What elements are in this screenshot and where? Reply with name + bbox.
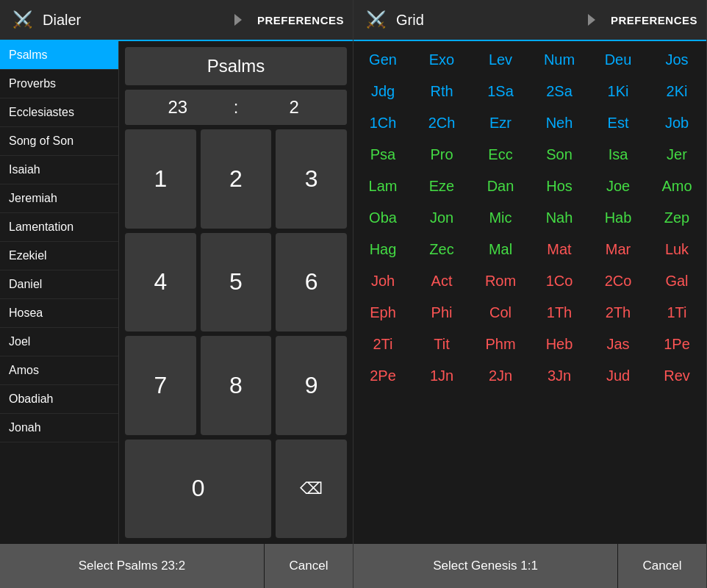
book-item[interactable]: Proverbs bbox=[0, 70, 118, 98]
bible-book-nah[interactable]: Nah bbox=[530, 202, 589, 234]
bible-book-eph[interactable]: Eph bbox=[354, 297, 412, 329]
dial-button-1[interactable]: 1 bbox=[125, 129, 196, 229]
bible-book-3jn[interactable]: 3Jn bbox=[530, 360, 589, 392]
bible-book-jer[interactable]: Jer bbox=[647, 139, 706, 171]
bible-book-heb[interactable]: Heb bbox=[530, 329, 589, 360]
bible-book-psa[interactable]: Psa bbox=[354, 139, 412, 171]
bible-book-oba[interactable]: Oba bbox=[354, 202, 412, 234]
bible-book-1co[interactable]: 1Co bbox=[530, 265, 589, 297]
bible-book-est[interactable]: Est bbox=[589, 107, 647, 139]
bible-book-mar[interactable]: Mar bbox=[589, 234, 647, 265]
bible-book-joh[interactable]: Joh bbox=[354, 265, 412, 297]
dial-button-3[interactable]: 3 bbox=[276, 129, 347, 229]
bible-book-1ch[interactable]: 1Ch bbox=[354, 107, 412, 139]
bible-book-1jn[interactable]: 1Jn bbox=[412, 360, 471, 392]
bible-book-exo[interactable]: Exo bbox=[412, 44, 471, 76]
book-item[interactable]: Joel bbox=[0, 328, 118, 356]
book-item[interactable]: Song of Son bbox=[0, 127, 118, 156]
dialer-arrow-icon[interactable] bbox=[231, 12, 245, 27]
bible-book-mic[interactable]: Mic bbox=[471, 202, 530, 234]
bible-book-mat[interactable]: Mat bbox=[530, 234, 589, 265]
bible-book-gal[interactable]: Gal bbox=[647, 265, 706, 297]
bible-book-hab[interactable]: Hab bbox=[589, 202, 647, 234]
grid-arrow-icon[interactable] bbox=[584, 12, 599, 27]
book-item[interactable]: Jonah bbox=[0, 414, 118, 442]
bible-book-2jn[interactable]: 2Jn bbox=[471, 360, 530, 392]
bible-book-deu[interactable]: Deu bbox=[589, 44, 647, 76]
grid-preferences[interactable]: PREFERENCES bbox=[611, 14, 697, 26]
bible-book-2ki[interactable]: 2Ki bbox=[647, 76, 706, 107]
bible-book-hag[interactable]: Hag bbox=[354, 234, 412, 265]
dialer-select-button[interactable]: Select Psalms 23:2 bbox=[0, 544, 264, 588]
bible-book-lev[interactable]: Lev bbox=[471, 44, 530, 76]
book-item[interactable]: Hosea bbox=[0, 299, 118, 328]
bible-book-hos[interactable]: Hos bbox=[530, 171, 589, 202]
bible-book-1pe[interactable]: 1Pe bbox=[647, 329, 706, 360]
bible-book-jdg[interactable]: Jdg bbox=[354, 76, 412, 107]
bible-book-jas[interactable]: Jas bbox=[589, 329, 647, 360]
bible-book-num[interactable]: Num bbox=[530, 44, 589, 76]
bible-book-lam[interactable]: Lam bbox=[354, 171, 412, 202]
bible-book-jud[interactable]: Jud bbox=[589, 360, 647, 392]
bible-book-2ch[interactable]: 2Ch bbox=[412, 107, 471, 139]
bible-book-2co[interactable]: 2Co bbox=[589, 265, 647, 297]
bible-book-phi[interactable]: Phi bbox=[412, 297, 471, 329]
bible-book-jon[interactable]: Jon bbox=[412, 202, 471, 234]
bible-book-ecc[interactable]: Ecc bbox=[471, 139, 530, 171]
bible-book-mal[interactable]: Mal bbox=[471, 234, 530, 265]
dial-button-9[interactable]: 9 bbox=[276, 336, 347, 435]
bible-book-rth[interactable]: Rth bbox=[412, 76, 471, 107]
book-item[interactable]: Amos bbox=[0, 356, 118, 385]
book-item[interactable]: Lamentation bbox=[0, 213, 118, 242]
bible-book-1sa[interactable]: 1Sa bbox=[471, 76, 530, 107]
book-item[interactable]: Ecclesiastes bbox=[0, 98, 118, 127]
bible-book-phm[interactable]: Phm bbox=[471, 329, 530, 360]
bible-book-amo[interactable]: Amo bbox=[647, 171, 706, 202]
bible-book-tit[interactable]: Tit bbox=[412, 329, 471, 360]
bible-book-act[interactable]: Act bbox=[412, 265, 471, 297]
bible-book-1ti[interactable]: 1Ti bbox=[647, 297, 706, 329]
dial-button-8[interactable]: 8 bbox=[201, 336, 272, 435]
bible-book-rom[interactable]: Rom bbox=[471, 265, 530, 297]
bible-book-2sa[interactable]: 2Sa bbox=[530, 76, 589, 107]
dial-backspace-button[interactable]: ⌫ bbox=[276, 440, 347, 539]
bible-book-eze[interactable]: Eze bbox=[412, 171, 471, 202]
bible-book-zep[interactable]: Zep bbox=[647, 202, 706, 234]
book-item[interactable]: Daniel bbox=[0, 270, 118, 299]
bible-book-neh[interactable]: Neh bbox=[530, 107, 589, 139]
bible-book-pro[interactable]: Pro bbox=[412, 139, 471, 171]
bible-book-joe[interactable]: Joe bbox=[589, 171, 647, 202]
bible-book-dan[interactable]: Dan bbox=[471, 171, 530, 202]
bible-book-zec[interactable]: Zec bbox=[412, 234, 471, 265]
dial-button-5[interactable]: 5 bbox=[201, 233, 272, 332]
book-item[interactable]: Jeremiah bbox=[0, 184, 118, 213]
dial-button-2[interactable]: 2 bbox=[201, 129, 272, 229]
grid-cancel-button[interactable]: Cancel bbox=[618, 544, 706, 588]
bible-book-rev[interactable]: Rev bbox=[647, 360, 706, 392]
book-item[interactable]: Ezekiel bbox=[0, 242, 118, 270]
bible-book-gen[interactable]: Gen bbox=[354, 44, 412, 76]
dialer-preferences[interactable]: PREFERENCES bbox=[257, 14, 344, 26]
grid-select-button[interactable]: Select Genesis 1:1 bbox=[354, 544, 617, 588]
dial-button-7[interactable]: 7 bbox=[125, 336, 196, 435]
bible-book-jos[interactable]: Jos bbox=[647, 44, 706, 76]
bible-book-job[interactable]: Job bbox=[647, 107, 706, 139]
bible-book-2th[interactable]: 2Th bbox=[589, 297, 647, 329]
dialer-cancel-button[interactable]: Cancel bbox=[265, 544, 353, 588]
bible-grid-table: GenExoLevNumDeuJosJdgRth1Sa2Sa1Ki2Ki1Ch2… bbox=[354, 44, 706, 392]
dial-button-6[interactable]: 6 bbox=[276, 233, 347, 332]
bible-book-2pe[interactable]: 2Pe bbox=[354, 360, 412, 392]
bible-book-1ki[interactable]: 1Ki bbox=[589, 76, 647, 107]
bible-book-son[interactable]: Son bbox=[530, 139, 589, 171]
book-item[interactable]: Psalms bbox=[0, 41, 118, 70]
bible-book-1th[interactable]: 1Th bbox=[530, 297, 589, 329]
book-item[interactable]: Isaiah bbox=[0, 156, 118, 184]
bible-book-isa[interactable]: Isa bbox=[589, 139, 647, 171]
book-item[interactable]: Obadiah bbox=[0, 385, 118, 414]
dial-button-0[interactable]: 0 bbox=[125, 440, 271, 539]
bible-book-luk[interactable]: Luk bbox=[647, 234, 706, 265]
bible-book-col[interactable]: Col bbox=[471, 297, 530, 329]
bible-book-ezr[interactable]: Ezr bbox=[471, 107, 530, 139]
bible-book-2ti[interactable]: 2Ti bbox=[354, 329, 412, 360]
dial-button-4[interactable]: 4 bbox=[125, 233, 196, 332]
